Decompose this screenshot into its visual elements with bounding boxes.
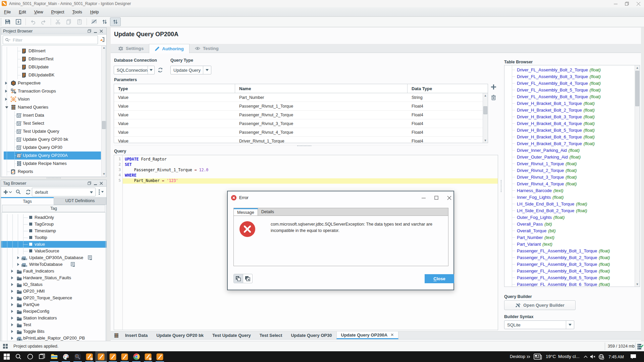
tree-collapsed-icon[interactable] bbox=[11, 276, 13, 280]
scroll-down-icon[interactable]: ▼ bbox=[483, 138, 488, 143]
table-column-item[interactable]: Driver_H_Bracket_Bolt_3_Torque (float) bbox=[504, 113, 595, 120]
menu-edit[interactable]: Edit bbox=[19, 10, 26, 14]
float-panel-icon[interactable] bbox=[86, 28, 92, 34]
delete-parameter-button[interactable] bbox=[491, 95, 496, 100]
menu-project[interactable]: Project bbox=[51, 10, 64, 14]
tree-item-insert-data[interactable]: Insert Data bbox=[1, 111, 106, 119]
tree-item-io-status[interactable]: IO_Status bbox=[1, 281, 106, 288]
tree-item-op20-torque-sequence[interactable]: OP20_Torque_Sequence bbox=[1, 295, 106, 301]
table-column-item[interactable]: Outer_Fog_Lights (float) bbox=[504, 214, 565, 221]
table-column-item[interactable]: Driver_H_Bracket_Bolt_6_Torque (float) bbox=[504, 133, 595, 140]
tab-message[interactable]: Message bbox=[234, 208, 258, 216]
compare-arrows-button[interactable] bbox=[110, 17, 121, 26]
window-restore-button[interactable] bbox=[621, 0, 633, 7]
copy-button[interactable] bbox=[63, 17, 74, 26]
tree-item-value[interactable]: value bbox=[1, 241, 106, 248]
tree-item-update-query-op200a[interactable]: Update Query OP200A bbox=[1, 152, 106, 160]
project-tree-scrollbar[interactable]: ▲▼ bbox=[101, 45, 106, 176]
tree-item-update-query-op30[interactable]: Update Query OP30 bbox=[1, 143, 106, 152]
tab-authoring[interactable]: Authoring bbox=[149, 44, 189, 53]
column-header-type[interactable]: Type bbox=[114, 84, 235, 93]
save-button[interactable] bbox=[2, 17, 13, 26]
column-header-data-type[interactable]: Data Type bbox=[408, 84, 483, 93]
tree-item-dbupdate[interactable]: DBUpdate bbox=[1, 63, 106, 71]
tree-item-dbupdatebk[interactable]: DBUpdateBK bbox=[1, 71, 106, 79]
close-tab-icon[interactable]: ✕ bbox=[390, 333, 394, 337]
parameter-row[interactable]: ValueDriver_Rivnut_1_TorqueFloat4 bbox=[114, 137, 488, 145]
tag-provider-select[interactable]: default bbox=[32, 188, 96, 196]
redo-button[interactable] bbox=[38, 17, 49, 26]
search-tags-icon[interactable] bbox=[16, 189, 21, 194]
query-tab-insert-data[interactable]: Insert Data bbox=[121, 331, 152, 339]
table-column-item[interactable]: Harness_Barcode (text) bbox=[504, 187, 564, 194]
table-column-item[interactable]: Driver_FL_Assembly_Bolt_2_Torque (float) bbox=[504, 66, 601, 73]
tree-item-dbinsert[interactable]: DBInsert bbox=[1, 47, 106, 55]
tree-item-test[interactable]: Test bbox=[1, 321, 106, 328]
expand-dialog-button[interactable] bbox=[243, 274, 252, 283]
tree-collapsed-icon[interactable] bbox=[11, 269, 13, 273]
tree-item-perspective[interactable]: Perspective bbox=[1, 79, 106, 87]
add-parameter-button[interactable] bbox=[491, 84, 496, 89]
query-tab-update-query-op200a[interactable]: Update Query OP200A✕ bbox=[336, 331, 399, 339]
tree-item-dbinserttest[interactable]: DBInsertTest bbox=[1, 55, 106, 63]
tab-details[interactable]: Details bbox=[258, 208, 277, 216]
tree-item-writetodatabase[interactable]: WriteToDatabase bbox=[1, 261, 106, 268]
tab-udt-definitions[interactable]: UDT Definitions bbox=[54, 197, 106, 205]
menu-help[interactable]: Help bbox=[90, 10, 99, 14]
tree-item-bprintlable-raptor-op200-pb[interactable]: bPrintLable_Raptor_OP200_PB bbox=[1, 335, 106, 341]
tree-collapsed-icon[interactable] bbox=[5, 89, 7, 93]
table-column-item[interactable]: Driver_FL_Assembly_Bolt_4_Torque (float) bbox=[504, 80, 601, 86]
scroll-up-icon[interactable]: ▲ bbox=[635, 65, 640, 70]
tree-item-named-queries[interactable]: Named Queries bbox=[1, 103, 106, 111]
toolbar-grip[interactable] bbox=[1, 18, 2, 25]
scroll-down-icon[interactable]: ▼ bbox=[635, 282, 640, 287]
tag-column-header[interactable]: Tag bbox=[2, 205, 105, 212]
table-column-item[interactable]: Driver_H_Bracket_Bolt_1_Torque (float) bbox=[504, 100, 595, 107]
tree-item-reports[interactable]: Reports bbox=[1, 168, 106, 176]
dialog-close-button[interactable] bbox=[447, 196, 451, 200]
dialog-minimize-button[interactable] bbox=[422, 196, 426, 200]
tab-settings[interactable]: Settings bbox=[113, 44, 149, 53]
table-column-item[interactable]: Inner_Fog_Lights (float) bbox=[504, 194, 564, 200]
scrollbar-thumb[interactable] bbox=[483, 106, 487, 114]
query-tab-test-select[interactable]: Test Select bbox=[255, 331, 287, 339]
tree-item-update-op300a-database[interactable]: Update_OP300A_Database bbox=[1, 254, 106, 261]
table-column-item[interactable]: Passenger_FL_Assembly_Bolt_6_Torque (flo… bbox=[504, 281, 610, 287]
tree-item-test-update-query[interactable]: Test Update Query bbox=[1, 127, 106, 135]
close-button[interactable]: Close bbox=[425, 274, 454, 283]
tag-menu-button[interactable] bbox=[99, 189, 104, 195]
tree-item-toggle-bits[interactable]: Toggle Bits bbox=[1, 328, 106, 335]
table-column-item[interactable]: Driver_H_Bracket_Bolt_2_Torque (float) bbox=[504, 107, 595, 113]
refresh-tags-icon[interactable] bbox=[25, 189, 31, 195]
query-splitter-handle[interactable] bbox=[297, 145, 311, 147]
window-minimize-button[interactable] bbox=[610, 0, 621, 7]
table-column-item[interactable]: Driver_FL_Assembly_Bolt_6_Torque (float) bbox=[504, 93, 601, 100]
parameter-row[interactable]: ValuePassenger_Rivnut_1_TorqueFloat4 bbox=[114, 102, 488, 111]
tree-item-vision[interactable]: Vision bbox=[1, 95, 106, 103]
tree-collapsed-icon[interactable] bbox=[11, 310, 13, 313]
scroll-down-icon[interactable]: ▼ bbox=[102, 172, 106, 176]
merge-conflict-button[interactable] bbox=[89, 17, 99, 26]
table-browser-scrollbar[interactable]: ▲ ▼ bbox=[635, 65, 640, 287]
query-type-select[interactable]: Update Query bbox=[170, 66, 211, 74]
table-column-item[interactable]: Passenger_FL_Assembly_Bolt_3_Torque (flo… bbox=[504, 261, 610, 267]
locate-selected-icon[interactable] bbox=[99, 37, 105, 43]
table-column-item[interactable]: Overall_Torque (bit) bbox=[504, 227, 556, 234]
table-column-item[interactable]: Driver_Rivnut_3_Torque (float) bbox=[504, 174, 577, 180]
query-tab-update-query-op30[interactable]: Update Query OP30 bbox=[286, 331, 336, 339]
desktop-toolbar-label[interactable]: Desktop bbox=[510, 354, 525, 359]
news-icon[interactable] bbox=[534, 353, 542, 360]
table-column-item[interactable]: Driver_Rivnut_4_Torque (float) bbox=[504, 180, 577, 187]
shrink-dialog-button[interactable] bbox=[234, 274, 243, 283]
tree-item-update-recipe-names[interactable]: Update Recipe Names bbox=[1, 160, 106, 168]
tree-collapsed-icon[interactable] bbox=[17, 263, 19, 266]
tree-item-op20-hmi[interactable]: OP20_HMI bbox=[1, 288, 106, 295]
tab-tags[interactable]: Tags bbox=[1, 197, 54, 205]
tree-item-taggroup[interactable]: TagGroup bbox=[1, 221, 106, 228]
close-panel-icon[interactable] bbox=[98, 181, 104, 186]
table-column-item[interactable]: Driver_FL_Assembly_Bolt_5_Torque (float) bbox=[504, 86, 601, 93]
notification-icon[interactable] bbox=[630, 354, 637, 360]
tree-collapsed-icon[interactable] bbox=[11, 303, 13, 306]
tree-item-tooltip[interactable]: Tooltip bbox=[1, 234, 106, 241]
tree-item-station-indicators[interactable]: Station Indicators bbox=[1, 315, 106, 321]
